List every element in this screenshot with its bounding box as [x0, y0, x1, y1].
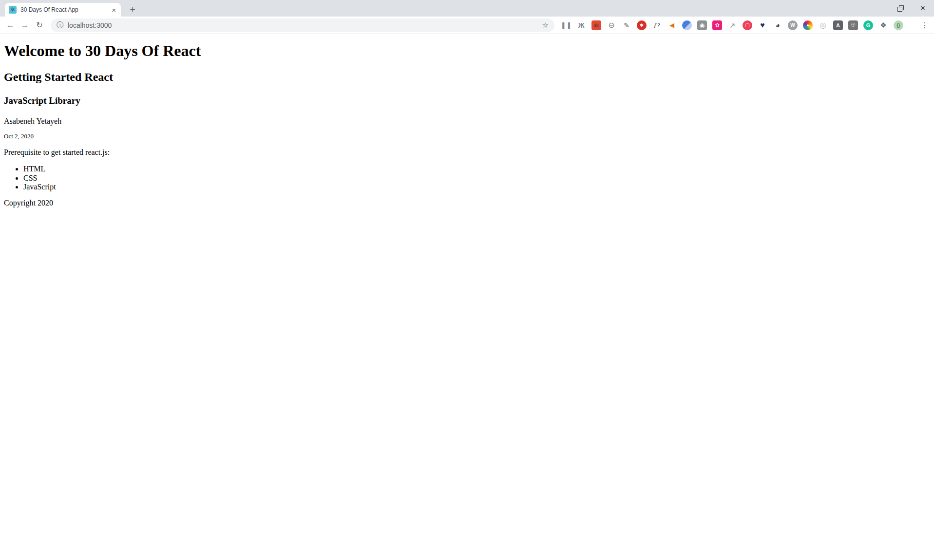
page-content: Welcome to 30 Days Of React Getting Star… — [0, 42, 934, 207]
color-wheel-icon[interactable]: ● — [803, 20, 813, 30]
red-bookmark-icon[interactable]: ▢ — [743, 20, 752, 30]
extensions-bar: ▌▐Ж⚛⊖✎✱ƒ?◀◉✿↗▢♥◕W●◎A☉G❖{} — [561, 17, 903, 34]
tab-title: 30 Days Of React App — [20, 6, 107, 13]
orbit-icon[interactable]: ◎ — [818, 20, 828, 30]
address-bar[interactable]: ⓘ localhost:3000 ☆ — [51, 19, 554, 32]
site-info-icon[interactable]: ⓘ — [57, 21, 63, 30]
prerequisite-text: Prerequisite to get started react.js: — [4, 148, 934, 157]
toolbar: ← → ↻ ⓘ localhost:3000 ☆ ▌▐Ж⚛⊖✎✱ƒ?◀◉✿↗▢♥… — [0, 17, 934, 34]
megaphone-icon[interactable]: ◀ — [667, 20, 677, 30]
bug-icon[interactable]: Ж — [576, 20, 586, 30]
minimize-button[interactable]: — — [867, 0, 889, 16]
camera-icon[interactable]: ◉ — [697, 20, 707, 30]
forward-button[interactable]: → — [18, 20, 32, 30]
list-item: CSS — [23, 174, 934, 183]
react-favicon-icon: ⚛ — [9, 6, 17, 14]
bookmark-star-icon[interactable]: ☆ — [542, 21, 549, 30]
window-controls: — × — [867, 0, 934, 16]
close-button[interactable]: × — [912, 0, 934, 16]
browser-tab[interactable]: ⚛ 30 Days Of React App × — [5, 3, 121, 17]
restore-button[interactable] — [889, 0, 912, 16]
heart-search-icon[interactable]: ♥ — [758, 20, 767, 30]
url-text[interactable]: localhost:3000 — [68, 21, 112, 29]
lightbulb-icon[interactable]: ☉ — [848, 20, 858, 30]
react-devtools-icon[interactable]: ⚛ — [591, 20, 601, 30]
extensions-puzzle-icon[interactable]: ❖ — [878, 20, 888, 30]
toggl-icon[interactable]: ◕ — [773, 20, 782, 30]
copyright-text: Copyright 2020 — [4, 199, 934, 207]
page-subtitle: Getting Started React — [4, 71, 934, 84]
section-heading: JavaScript Library — [4, 95, 934, 106]
browser-menu-icon[interactable]: ⋮ — [921, 21, 929, 30]
back-button[interactable]: ← — [3, 20, 18, 30]
list-item: HTML — [23, 165, 934, 174]
skills-list: HTML CSS JavaScript — [4, 165, 934, 192]
restore-icon — [897, 5, 903, 11]
color-picker-icon[interactable]: ✎ — [622, 20, 631, 30]
json-braces-icon[interactable]: {} — [894, 20, 903, 30]
publish-date: Oct 2, 2020 — [4, 132, 934, 140]
grammarly-icon[interactable]: G — [863, 20, 873, 30]
tag-steps-icon[interactable]: ↗ — [727, 20, 737, 30]
swirl-icon[interactable] — [682, 20, 692, 30]
circle-dash-icon[interactable]: ⊖ — [607, 20, 616, 30]
tab-close-icon[interactable]: × — [111, 6, 117, 14]
function-icon[interactable]: ƒ? — [652, 20, 662, 30]
page-title: Welcome to 30 Days Of React — [4, 42, 934, 60]
reload-button[interactable]: ↻ — [32, 20, 47, 30]
author-name: Asabeneh Yetayeh — [4, 117, 934, 126]
new-tab-button[interactable]: + — [126, 4, 139, 16]
stop-hand-icon[interactable]: ✱ — [637, 20, 647, 30]
list-item: JavaScript — [23, 183, 934, 192]
split-view-icon[interactable]: ▌▐ — [561, 20, 571, 30]
titlebar: ⚛ 30 Days Of React App × + — × — [0, 0, 934, 17]
pink-gear-icon[interactable]: ✿ — [712, 20, 722, 30]
w-circle-icon[interactable]: W — [788, 20, 798, 30]
input-tools-icon[interactable]: A — [833, 20, 843, 30]
